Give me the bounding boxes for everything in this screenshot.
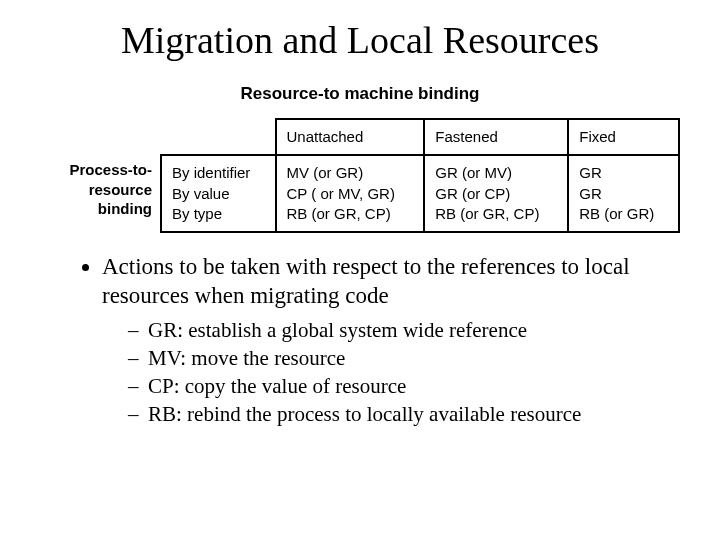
col-blank [161,119,276,155]
cell-unattached-2: RB (or GR, CP) [287,205,391,222]
cell-fixed-1: GR [579,185,602,202]
row-labels-cell: By identifier By value By type [161,155,276,232]
binding-table: Unattached Fastened Fixed By identifier … [160,118,680,233]
table-caption: Resource-to machine binding [38,84,682,104]
dash-icon: – [128,317,148,343]
sub-bullet-3: –RB: rebind the process to locally avail… [128,401,682,427]
cell-fastened-2: RB (or GR, CP) [435,205,539,222]
row-group-label-l2: resource [89,181,152,198]
row-group-label-l3: binding [98,200,152,217]
cell-fastened-0: GR (or MV) [435,164,512,181]
row-label-1: By value [172,185,230,202]
sub-bullet-1-text: MV: move the resource [148,346,345,370]
col-unattached-cells: MV (or GR) CP ( or MV, GR) RB (or GR, CP… [276,155,425,232]
cell-fastened-1: GR (or CP) [435,185,510,202]
sub-bullet-0: –GR: establish a global system wide refe… [128,317,682,343]
table-wrap: Process-to- resource binding Unattached … [40,118,680,233]
row-label-2: By type [172,205,222,222]
page-title: Migration and Local Resources [38,18,682,62]
cell-unattached-1: CP ( or MV, GR) [287,185,395,202]
sub-bullet-3-text: RB: rebind the process to locally availa… [148,402,581,426]
sub-bullet-list: –GR: establish a global system wide refe… [102,317,682,428]
sub-bullet-0-text: GR: establish a global system wide refer… [148,318,527,342]
bullet-list: Actions to be taken with respect to the … [44,253,682,428]
col-fastened: Fastened [424,119,568,155]
dash-icon: – [128,401,148,427]
cell-fixed-2: RB (or GR) [579,205,654,222]
col-unattached: Unattached [276,119,425,155]
sub-bullet-2-text: CP: copy the value of resource [148,374,406,398]
cell-fixed-0: GR [579,164,602,181]
row-group-label: Process-to- resource binding [30,160,152,219]
col-fixed: Fixed [568,119,679,155]
slide: Migration and Local Resources Resource-t… [0,0,720,540]
col-fixed-cells: GR GR RB (or GR) [568,155,679,232]
bullet-main: Actions to be taken with respect to the … [102,253,682,428]
bullet-main-text: Actions to be taken with respect to the … [102,254,630,308]
dash-icon: – [128,345,148,371]
row-group-label-l1: Process-to- [69,161,152,178]
col-fastened-cells: GR (or MV) GR (or CP) RB (or GR, CP) [424,155,568,232]
sub-bullet-1: –MV: move the resource [128,345,682,371]
dash-icon: – [128,373,148,399]
cell-unattached-0: MV (or GR) [287,164,364,181]
sub-bullet-2: –CP: copy the value of resource [128,373,682,399]
table-header-row: Unattached Fastened Fixed [161,119,679,155]
row-label-0: By identifier [172,164,250,181]
table-row: By identifier By value By type MV (or GR… [161,155,679,232]
